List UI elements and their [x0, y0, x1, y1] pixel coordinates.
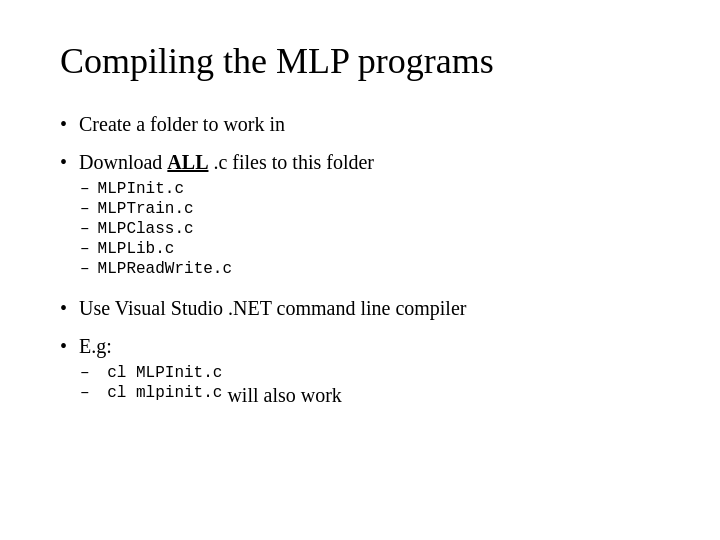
sub-dash: –: [80, 260, 90, 278]
sub-text-cl2-mono: cl mlpinit.c: [107, 384, 222, 402]
sub-item-mlpclass: – MLPClass.c: [60, 220, 232, 238]
sub-list-4: – cl MLPInit.c – cl mlpinit.c will also …: [60, 364, 342, 409]
bullet-text-1: Create a folder to work in: [79, 110, 285, 138]
bullet-dot-4: •: [60, 332, 67, 360]
sub-text-mlpreadwrite: MLPReadWrite.c: [98, 260, 232, 278]
sub-item-mlplib: – MLPLib.c: [60, 240, 232, 258]
bullet-item-3: • Use Visual Studio .NET command line co…: [60, 294, 660, 322]
bullet-text-3: Use Visual Studio .NET command line comp…: [79, 294, 466, 322]
bullet-item-4: • E.g: – cl MLPInit.c – cl mlpinit.c wil…: [60, 332, 660, 413]
sub-dash: –: [80, 240, 90, 258]
sub-list-2: – MLPInit.c – MLPTrain.c – MLPClass.c – …: [60, 180, 232, 280]
bullet-item-2: • Download ALL .c files to this folder –…: [60, 148, 660, 284]
sub-item-cl2: – cl mlpinit.c will also work: [60, 384, 342, 407]
sub-text-mlpclass: MLPClass.c: [98, 220, 194, 238]
slide: Compiling the MLP programs • Create a fo…: [0, 0, 720, 540]
bullet-text-2: Download ALL .c files to this folder: [79, 148, 374, 176]
all-label: ALL: [167, 151, 208, 173]
slide-title: Compiling the MLP programs: [60, 40, 660, 82]
sub-text-cl2-normal: will also work: [222, 384, 341, 407]
download-label: Download: [79, 151, 167, 173]
sub-item-mlptrain: – MLPTrain.c: [60, 200, 232, 218]
sub-dash: –: [80, 220, 90, 238]
bullet-dot-2: •: [60, 148, 67, 176]
sub-item-cl1: – cl MLPInit.c: [60, 364, 342, 382]
sub-item-mlpinit: – MLPInit.c: [60, 180, 232, 198]
main-bullet-list: • Create a folder to work in • Download …: [60, 110, 660, 423]
download-suffix: .c files to this folder: [208, 151, 374, 173]
sub-text-mlplib: MLPLib.c: [98, 240, 175, 258]
bullet-dot-3: •: [60, 294, 67, 322]
sub-dash: –: [80, 180, 90, 198]
sub-text-mlptrain: MLPTrain.c: [98, 200, 194, 218]
sub-dash: –: [80, 200, 90, 218]
slide-content: • Create a folder to work in • Download …: [60, 110, 660, 510]
sub-item-mlpreadwrite: – MLPReadWrite.c: [60, 260, 232, 278]
sub-text-cl1: cl MLPInit.c: [107, 364, 222, 382]
bullet-item-1: • Create a folder to work in: [60, 110, 660, 138]
bullet-dot-1: •: [60, 110, 67, 138]
sub-dash: –: [80, 384, 99, 402]
bullet-text-4: E.g:: [79, 332, 112, 360]
sub-text-mlpinit: MLPInit.c: [98, 180, 184, 198]
sub-dash: –: [80, 364, 99, 382]
